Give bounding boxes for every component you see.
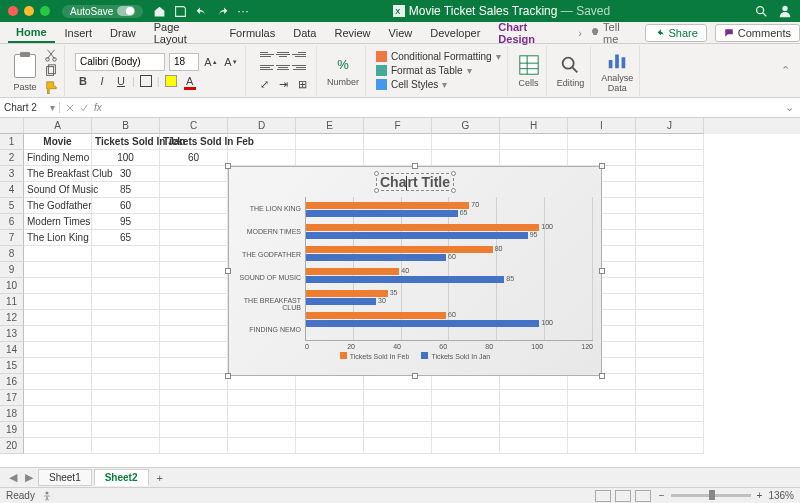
resize-handle[interactable] [225,268,231,274]
cell[interactable] [160,374,228,390]
paste-button[interactable]: Paste [12,50,38,92]
cut-icon[interactable] [44,48,58,62]
border-button[interactable] [138,73,154,89]
cell[interactable] [636,214,704,230]
cell[interactable] [160,278,228,294]
cell[interactable] [24,422,92,438]
row-header[interactable]: 15 [0,358,24,374]
tab-formulas[interactable]: Formulas [221,24,283,42]
row-header[interactable]: 4 [0,182,24,198]
col-G[interactable]: G [432,118,500,134]
user-icon[interactable] [778,4,792,18]
cell[interactable]: 95 [92,214,160,230]
cell[interactable]: The Lion King [24,230,92,246]
accessibility-icon[interactable] [41,490,53,502]
cell[interactable] [92,342,160,358]
cell[interactable] [568,390,636,406]
ribbon-collapse-icon[interactable]: ⌃ [781,64,794,77]
tab-chart-design[interactable]: Chart Design [490,18,570,48]
cell[interactable] [568,134,636,150]
cell[interactable]: 60 [160,150,228,166]
zoom-level[interactable]: 136% [768,490,794,501]
cell[interactable] [296,374,364,390]
cell[interactable] [500,422,568,438]
cell[interactable] [160,390,228,406]
alignment-group[interactable] [260,49,306,73]
cell[interactable] [500,390,568,406]
resize-handle[interactable] [599,163,605,169]
cell[interactable] [364,390,432,406]
row-header[interactable]: 3 [0,166,24,182]
row-header[interactable]: 19 [0,422,24,438]
cell[interactable] [160,214,228,230]
decrease-font-icon[interactable]: A▼ [223,54,239,70]
cell[interactable] [500,134,568,150]
merge-icon[interactable]: ⊞ [294,77,310,93]
cell[interactable] [364,374,432,390]
cell[interactable]: Tickets Sold In Feb [160,134,228,150]
view-normal-icon[interactable] [595,490,611,502]
col-I[interactable]: I [568,118,636,134]
cell[interactable] [92,294,160,310]
cell[interactable] [364,134,432,150]
zoom-in-icon[interactable]: + [757,490,763,501]
col-B[interactable]: B [92,118,160,134]
comments-button[interactable]: Comments [715,24,800,42]
cell[interactable] [24,294,92,310]
zoom-out-icon[interactable]: − [659,490,665,501]
underline-button[interactable]: U [113,73,129,89]
row-header[interactable]: 16 [0,374,24,390]
cell[interactable] [160,198,228,214]
cell[interactable] [636,326,704,342]
cell[interactable] [24,326,92,342]
col-F[interactable]: F [364,118,432,134]
cell[interactable] [500,438,568,454]
resize-handle[interactable] [599,373,605,379]
cell[interactable] [92,262,160,278]
search-icon[interactable] [754,4,768,18]
cell[interactable] [24,374,92,390]
sheet-tab-sheet1[interactable]: Sheet1 [38,469,92,486]
cell[interactable] [636,358,704,374]
window-close[interactable] [8,6,18,16]
col-D[interactable]: D [228,118,296,134]
sheet-nav-prev-icon[interactable]: ◀ [6,471,20,484]
cell[interactable] [636,262,704,278]
cell[interactable] [432,150,500,166]
resize-handle[interactable] [225,373,231,379]
sheet-tab-sheet2[interactable]: Sheet2 [94,469,149,486]
redo-icon[interactable] [216,5,229,18]
cell[interactable] [160,246,228,262]
cell-styles[interactable]: Cell Styles ▾ [376,79,447,90]
row-header[interactable]: 20 [0,438,24,454]
cell[interactable] [636,294,704,310]
cell[interactable] [636,278,704,294]
row-header[interactable]: 7 [0,230,24,246]
cell[interactable] [228,390,296,406]
row-header[interactable]: 10 [0,278,24,294]
col-E[interactable]: E [296,118,364,134]
row-header[interactable]: 1 [0,134,24,150]
worksheet-grid[interactable]: A B C D E F G H I J 1MovieTickets Sold I… [0,118,800,458]
cell[interactable] [160,310,228,326]
col-C[interactable]: C [160,118,228,134]
col-A[interactable]: A [24,118,92,134]
window-minimize[interactable] [24,6,34,16]
cell[interactable] [500,374,568,390]
cell[interactable] [636,310,704,326]
cell[interactable] [160,262,228,278]
name-box[interactable]: Chart 2▾ [0,102,60,113]
bold-button[interactable]: B [75,73,91,89]
cell[interactable] [500,406,568,422]
resize-handle[interactable] [412,163,418,169]
cell[interactable] [24,390,92,406]
chart-legend[interactable]: Tickets Sold In Feb Tickets Sold In Jan [229,352,601,360]
tab-developer[interactable]: Developer [422,24,488,42]
row-header[interactable]: 14 [0,342,24,358]
cell[interactable] [636,134,704,150]
cell[interactable] [228,150,296,166]
cell[interactable] [636,438,704,454]
cell[interactable] [636,150,704,166]
cell[interactable] [636,406,704,422]
cell[interactable] [160,406,228,422]
